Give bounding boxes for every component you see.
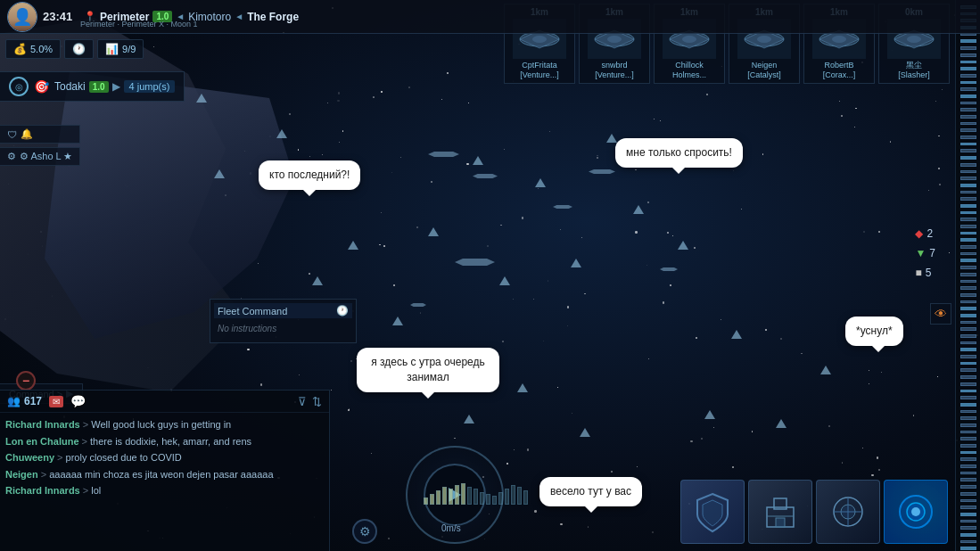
strip-segment	[960, 211, 976, 215]
strip-segment	[960, 286, 976, 290]
top-navigation-bar: 👤 23:41 📍 Perimeter 1.0 ◄ Kimotoro ◄ The…	[0, 0, 980, 34]
strip-segment	[960, 191, 976, 194]
top-stat-panels: 💰 5.0% 🕐 📊 9/9	[0, 36, 149, 62]
speech-bubble-4: *уснул*	[845, 317, 903, 346]
navigation-panel[interactable]: ◎ 🎯 Todaki 1.0 ▶ 4 jump(s)	[0, 71, 185, 102]
speed-bar-11	[492, 496, 497, 505]
triangle-marker-9	[571, 259, 581, 267]
strip-segment	[960, 293, 976, 297]
fleet-clock-icon: 🕐	[336, 305, 349, 317]
speed-bar-6	[461, 483, 465, 505]
triangle-marker-1	[276, 129, 287, 138]
speed-bar-15	[517, 487, 522, 505]
triangle-marker-0	[196, 94, 207, 103]
triangle-marker-2	[214, 169, 225, 178]
sort-icon[interactable]: ⇅	[312, 395, 322, 408]
strip-segment	[960, 115, 976, 119]
ship-name-2: ChillockHolmes...	[657, 61, 721, 80]
fleet-command-panel: Fleet Command 🕐 No instructions	[210, 299, 357, 343]
slots-stat[interactable]: 📊 9/9	[97, 39, 144, 59]
svg-rect-15	[776, 518, 785, 527]
bubble-text-1: кто последний?!	[269, 169, 350, 181]
speech-bubble-2: мне только спросить!	[615, 138, 743, 168]
bounty-value: 5.0%	[30, 44, 53, 54]
strip-segment	[960, 67, 976, 70]
module-svg-icon	[826, 489, 870, 534]
strip-segment	[960, 143, 976, 146]
compass-icon: ◎	[9, 77, 29, 96]
strip-segment	[960, 341, 976, 345]
indicator-value-0: 2	[926, 227, 933, 240]
triangle-marker-10	[633, 205, 644, 214]
overview-toggle-button[interactable]: 👁	[930, 303, 951, 325]
character-panel[interactable]: ⚙ ⚙ Asho L ★	[0, 147, 80, 166]
svg-point-22	[911, 507, 920, 516]
distant-ship-4	[589, 169, 615, 174]
indicator-value-1: 7	[929, 247, 935, 259]
triangle-marker-16	[776, 419, 786, 428]
shield-action-button[interactable]	[680, 480, 745, 544]
shield-notification-panel[interactable]: 🛡 🔔	[0, 125, 80, 144]
distant-ship-0	[428, 152, 459, 157]
overview-indicator-0: ◆ 2	[915, 227, 935, 240]
breadcrumb-arrow2: ◄	[235, 12, 243, 21]
svg-point-1	[532, 36, 547, 43]
bubble-text-5: весело тут у вас	[550, 485, 631, 498]
strip-segment	[960, 102, 976, 105]
mail-notification[interactable]: ✉	[49, 396, 63, 407]
speed-bar-14	[511, 485, 515, 505]
strip-segment	[960, 218, 976, 221]
strip-segment	[960, 540, 976, 544]
chat-message-2: Chuweeny > proly closed due to COVID	[5, 449, 324, 466]
indicator-value-2: 5	[926, 267, 932, 279]
overview-indicator-2: ■ 5	[915, 267, 935, 279]
triangle-marker-15	[731, 330, 742, 339]
strip-segment	[960, 149, 976, 152]
module-action-button[interactable]	[816, 480, 880, 544]
bounty-stat[interactable]: 💰 5.0%	[5, 39, 61, 59]
distant-ship-3	[553, 205, 572, 209]
settings-button[interactable]: ⚙	[352, 519, 377, 544]
strip-segment	[960, 403, 976, 407]
strip-segment	[960, 128, 976, 132]
strip-segment	[960, 300, 976, 304]
chart-icon: 📊	[105, 43, 119, 55]
triangle-marker-3	[348, 241, 358, 250]
strip-segment	[960, 520, 976, 523]
action-buttons-panel	[673, 444, 955, 551]
sublocation-text: Perimeter · Perimeter X · Moon 1	[80, 20, 198, 29]
strip-segment	[960, 307, 976, 310]
strip-segment	[960, 245, 976, 249]
strip-segment	[960, 368, 976, 372]
chat-bubble-icon[interactable]: 💬	[70, 394, 86, 408]
strip-segment	[960, 334, 976, 338]
clock-stat[interactable]: 🕐	[64, 39, 94, 59]
chat-messages: Richard Innards > Well good luck guys in…	[0, 413, 329, 551]
chat-sender-0: Richard Innards	[5, 419, 80, 430]
strip-segment	[960, 61, 976, 64]
avatar-face: 👤	[8, 3, 37, 31]
triangle-marker-20	[517, 383, 528, 392]
structure-action-button[interactable]	[748, 480, 812, 544]
svg-point-11	[907, 36, 921, 43]
strip-segment	[960, 122, 976, 126]
strip-segment	[960, 53, 976, 57]
chat-text-0: Well good luck guys in getting in	[91, 419, 231, 430]
strip-segment	[960, 204, 976, 208]
strip-segment	[960, 390, 976, 393]
chat-message-1: Lon en Chalune > there is dodixie, hek, …	[5, 433, 324, 450]
strip-segment	[960, 457, 976, 461]
fleet-command-header: Fleet Command 🕐	[214, 303, 352, 318]
bubble-text-3: я здесь с утра очередь занимал	[371, 356, 485, 383]
chat-sender-2: Chuweeny	[5, 452, 54, 463]
indicator-icon-2: ■	[915, 267, 921, 279]
undock-button[interactable]: −	[16, 371, 36, 391]
energy-svg-icon	[894, 489, 938, 534]
energy-action-button[interactable]	[884, 480, 948, 544]
filter-icon[interactable]: ⊽	[298, 395, 307, 408]
strip-segment	[960, 327, 976, 331]
strip-segment	[960, 431, 976, 434]
speed-bar-0	[424, 498, 428, 505]
strip-segment	[960, 170, 976, 174]
strip-segment	[960, 46, 976, 50]
